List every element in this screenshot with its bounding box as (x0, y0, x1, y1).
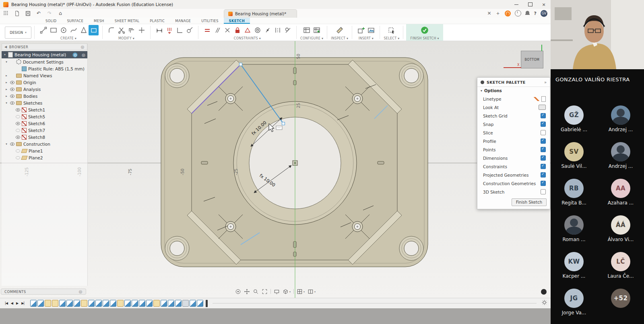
playback-button[interactable]: |◀ (5, 301, 8, 305)
browser-item[interactable]: Bodies (2, 93, 87, 99)
browser-item[interactable]: Sketch1 (2, 106, 87, 113)
ribbon-tab[interactable]: SHEET METAL (109, 18, 145, 24)
measure-ruler-icon[interactable] (334, 25, 345, 35)
timeline-feature-icon[interactable] (139, 300, 145, 307)
browser-item[interactable]: Construction (2, 140, 87, 147)
browser-item[interactable]: Plane2 (2, 154, 87, 161)
visibility-eye-icon[interactable] (10, 142, 14, 146)
display-settings-icon[interactable] (82, 52, 85, 57)
ribbon-tab[interactable]: SOLID (40, 18, 62, 24)
linetype-icon[interactable] (533, 97, 540, 101)
document-tab[interactable]: Bearing Housing (metal)* (224, 9, 297, 18)
display-settings-icon[interactable]: ▾ (283, 289, 291, 295)
playback-button[interactable]: ◀ (11, 301, 13, 305)
new-tab-icon[interactable]: ＋ (495, 10, 501, 17)
grid-settings-icon[interactable]: ▾ (297, 289, 305, 295)
ribbon-tab[interactable]: MESH (89, 18, 109, 24)
collapse-panel-icon[interactable]: ◀ (4, 45, 7, 49)
move-tool-icon[interactable] (136, 25, 147, 35)
polygon-constraint-icon[interactable] (242, 25, 252, 35)
insert-plus-icon[interactable] (356, 25, 366, 35)
participant-tile[interactable]: +52 (601, 289, 641, 316)
notifications-icon[interactable] (525, 11, 530, 16)
browser-item[interactable]: Sketch5 (2, 113, 87, 120)
close-button[interactable]: × (537, 0, 551, 9)
participant-tile[interactable]: Roman ... (554, 215, 594, 242)
part-body[interactable] (161, 58, 428, 267)
circle-tool-icon[interactable] (58, 25, 68, 35)
insert-group-label[interactable]: INSERT ▾ (359, 37, 374, 40)
finish-sketch-group-label[interactable]: FINISH SKETCH ▾ (410, 37, 439, 40)
browser-item[interactable]: Analysis (2, 86, 87, 93)
timeline-feature-icon[interactable] (88, 300, 95, 307)
finish-sketch-button[interactable]: Finish Sketch (512, 198, 547, 206)
inspect-group-label[interactable]: INSPECT ▾ (331, 37, 348, 40)
playback-button[interactable]: ▶| (21, 301, 24, 305)
rectangle-tool-icon[interactable] (48, 25, 58, 35)
zoom-icon[interactable] (253, 289, 259, 295)
redo-icon[interactable]: ↷ (46, 10, 53, 17)
timeline-feature-icon[interactable] (59, 300, 66, 307)
participant-tile[interactable]: LČ Laura Če... (601, 252, 641, 279)
option-checkbox[interactable] (541, 138, 546, 144)
visibility-eye-icon[interactable] (15, 136, 20, 139)
look-at-icon[interactable] (539, 105, 546, 110)
participant-tile[interactable]: JG Jorge Va... (554, 289, 594, 316)
timeline-feature-icon[interactable] (197, 300, 203, 307)
options-section-header[interactable]: Options (477, 87, 550, 95)
equal-constraint-icon[interactable] (202, 25, 212, 35)
close-tab-icon[interactable]: ✕ (487, 10, 491, 16)
timeline-marker[interactable] (206, 300, 208, 307)
browser-item[interactable]: Origin (2, 79, 87, 86)
timeline-feature-icon[interactable] (146, 300, 153, 307)
home-icon[interactable]: ⌂ (57, 10, 64, 17)
timeline-feature-icon[interactable] (45, 300, 51, 307)
select-group-label[interactable]: SELECT ▾ (384, 37, 399, 40)
browser-item[interactable]: Named Views (2, 72, 87, 79)
ribbon-tab[interactable]: MANAGE (170, 18, 196, 24)
participant-tile[interactable]: RB Regita B... (554, 179, 594, 206)
undo-icon[interactable]: ↶ (35, 10, 42, 17)
finish-sketch-check-icon[interactable] (420, 25, 430, 35)
design-workspace-dropdown[interactable]: DESIGN (5, 27, 31, 39)
pan-icon[interactable] (244, 289, 250, 295)
browser-item[interactable]: Plane1 (2, 147, 87, 154)
timeline-feature-icon[interactable] (182, 300, 189, 307)
visibility-eye-icon[interactable] (10, 95, 14, 98)
model-canvas[interactable]: fx 10.00 fx 10.00 -125 -100 -75 -50 -25 … (0, 41, 551, 298)
save-icon[interactable] (24, 10, 31, 17)
search-icon[interactable] (72, 52, 78, 58)
recent-data-icon[interactable] (515, 10, 521, 17)
option-checkbox[interactable] (541, 164, 546, 169)
configure-group-label[interactable]: CONFIGURE ▾ (300, 37, 323, 40)
select-tool-icon[interactable] (386, 25, 396, 35)
line-tool-icon[interactable] (38, 25, 48, 35)
timeline-track[interactable] (213, 303, 537, 303)
browser-item[interactable]: Sketches (2, 99, 87, 106)
symmetry-constraint-icon[interactable] (272, 25, 283, 35)
sketch-scale-icon[interactable] (164, 25, 174, 35)
visibility-eye-icon[interactable] (10, 81, 14, 84)
help-icon[interactable]: ? (534, 11, 537, 16)
option-checkbox[interactable] (541, 172, 546, 177)
participant-tile[interactable]: SV Saulė Vil... (554, 142, 594, 169)
timeline-feature-icon[interactable] (74, 300, 80, 307)
fillet-tool-icon[interactable] (106, 25, 116, 35)
visibility-eye-icon[interactable] (15, 115, 20, 118)
browser-options-icon[interactable] (81, 45, 85, 49)
option-checkbox[interactable] (541, 147, 546, 152)
page-icon[interactable] (541, 96, 546, 102)
comments-bar[interactable]: COMMENTS (1, 289, 86, 295)
ribbon-tab[interactable]: UTILITIES (196, 18, 223, 24)
midpoint-constraint-icon[interactable] (262, 25, 272, 35)
fit-icon[interactable] (262, 289, 268, 295)
visibility-eye-icon[interactable] (15, 108, 20, 111)
perpendicular-constraint-icon[interactable] (222, 25, 232, 35)
participant-tile[interactable]: KW Kacper ... (554, 252, 594, 279)
timeline-feature-icon[interactable] (168, 300, 174, 307)
timeline-feature-icon[interactable] (110, 300, 116, 307)
browser-item[interactable]: Plastic Rule: ABS (1,5 mm) (2, 65, 87, 72)
visibility-eye-icon[interactable] (10, 88, 14, 91)
participant-tile[interactable]: AA Azahara ... (601, 179, 641, 206)
edit-configuration-icon[interactable] (312, 25, 322, 35)
